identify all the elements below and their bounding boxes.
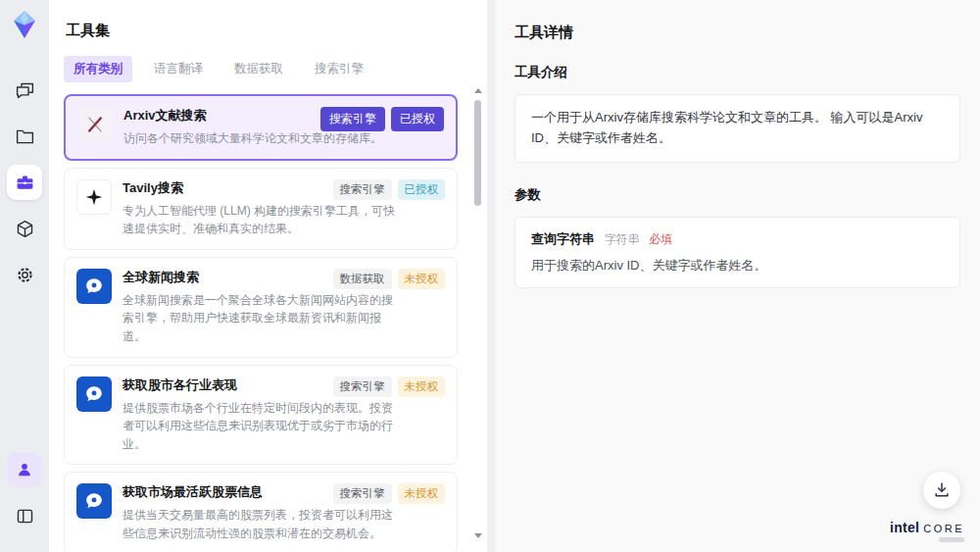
tool-tags: 搜索引擎 已授权 — [320, 107, 444, 131]
category-badge: 搜索引擎 — [333, 376, 392, 397]
app-logo-icon — [10, 10, 39, 39]
status-badge: 未授权 — [398, 483, 446, 504]
tool-tags: 搜索引擎 已授权 — [333, 179, 446, 200]
chat-icon[interactable] — [7, 73, 42, 108]
tool-card-arxiv[interactable]: Arxiv文献搜索 访问各个研究领域大量科学论文和文章的存储库。 搜索引擎 已授… — [64, 94, 458, 161]
list-scrollbar[interactable] — [473, 88, 482, 538]
folder-icon[interactable] — [7, 119, 42, 154]
tool-description: 专为人工智能代理 (LLM) 构建的搜索引擎工具，可快速提供实时、准确和真实的结… — [122, 202, 395, 238]
intro-text: 一个用于从Arxiv存储库搜索科学论文和文章的工具。 输入可以是Arxiv ID… — [531, 108, 944, 149]
intro-box: 一个用于从Arxiv存储库搜索科学论文和文章的工具。 输入可以是Arxiv ID… — [514, 94, 960, 163]
page-title: 工具集 — [66, 22, 469, 40]
category-badge: 搜索引擎 — [333, 179, 392, 200]
toolbox-icon[interactable] — [7, 165, 42, 200]
scrollbar-thumb[interactable] — [474, 100, 481, 206]
category-badge: 搜索引擎 — [333, 483, 392, 504]
tab-data-fetch[interactable]: 数据获取 — [224, 56, 293, 82]
intel-wordmark: intel — [890, 521, 919, 534]
param-description: 用于搜索的Arxiv ID、关键字或作者姓名。 — [531, 257, 944, 275]
tool-card-tavily[interactable]: Tavily搜索 专为人工智能代理 (LLM) 构建的搜索引擎工具，可快速提供实… — [64, 168, 458, 250]
download-button[interactable] — [923, 472, 960, 509]
tool-list-panel: 工具集 所有类别 语言翻译 数据获取 搜索引擎 Arxiv文献搜索 访问各个研究… — [49, 0, 487, 552]
category-tabs: 所有类别 语言翻译 数据获取 搜索引擎 — [64, 56, 469, 82]
tool-tags: 搜索引擎 未授权 — [333, 376, 446, 397]
detail-title: 工具详情 — [514, 24, 960, 42]
scroll-down-arrow-icon[interactable] — [474, 533, 482, 538]
tool-card-most-active-stocks[interactable]: 获取市场最活跃股票信息 提供当天交易量最高的股票列表，投资者可以利用这些信息来识… — [64, 472, 458, 552]
tab-language-translation[interactable]: 语言翻译 — [144, 56, 213, 82]
param-name: 查询字符串 — [531, 231, 595, 246]
tool-card-global-news[interactable]: 全球新闻搜索 全球新闻搜索是一个聚合全球各大新闻网站内容的搜索引擎，帮助用户快速… — [64, 257, 458, 358]
scroll-up-arrow-icon[interactable] — [474, 88, 482, 93]
status-badge: 已授权 — [391, 107, 444, 131]
settings-icon[interactable] — [7, 257, 42, 292]
tool-list: Arxiv文献搜索 访问各个研究领域大量科学论文和文章的存储库。 搜索引擎 已授… — [64, 94, 469, 552]
news-bubble-icon — [76, 376, 112, 412]
param-header-row: 查询字符串 字符串 必填 — [531, 230, 944, 248]
status-badge: 已授权 — [398, 179, 446, 200]
param-type: 字符串 — [605, 232, 640, 246]
tab-all-categories[interactable]: 所有类别 — [64, 56, 132, 82]
intel-core-logo: intel core — [890, 521, 964, 542]
status-badge: 未授权 — [398, 376, 446, 397]
left-rail — [0, 0, 49, 552]
panel-divider — [487, 0, 495, 552]
arxiv-icon — [77, 107, 113, 142]
category-badge: 搜索引擎 — [320, 107, 385, 131]
rail-bottom-group — [7, 452, 42, 544]
tab-search-engine[interactable]: 搜索引擎 — [305, 56, 373, 82]
intro-heading: 工具介绍 — [514, 64, 960, 81]
status-badge: 未授权 — [398, 269, 446, 289]
cube-icon[interactable] — [7, 211, 42, 246]
tool-description: 提供当天交易量最高的股票列表，投资者可以利用这些信息来识别流动性强的股票和潜在的… — [122, 506, 395, 542]
download-icon — [932, 480, 952, 500]
tool-tags: 搜索引擎 未授权 — [333, 483, 446, 504]
tool-description: 访问各个研究领域大量科学论文和文章的存储库。 — [123, 129, 396, 148]
param-required-badge: 必填 — [649, 232, 672, 246]
news-bubble-icon — [76, 269, 112, 304]
intel-logo-subtag — [939, 537, 964, 542]
param-box: 查询字符串 字符串 必填 用于搜索的Arxiv ID、关键字或作者姓名。 — [514, 217, 960, 288]
tool-description: 提供股票市场各个行业在特定时间段内的表现。投资者可以利用这些信息来识别表现优于或… — [122, 399, 395, 454]
tool-description: 全球新闻搜索是一个聚合全球各大新闻网站内容的搜索引擎，帮助用户快速获取全球最新资… — [122, 291, 395, 346]
tool-card-sector-performance[interactable]: 获取股市各行业表现 提供股票市场各个行业在特定时间段内的表现。投资者可以利用这些… — [64, 365, 458, 466]
category-badge: 数据获取 — [333, 269, 392, 289]
tool-tags: 数据获取 未授权 — [333, 269, 446, 289]
params-heading: 参数 — [514, 186, 960, 204]
tool-detail-panel: 工具详情 工具介绍 一个用于从Arxiv存储库搜索科学论文和文章的工具。 输入可… — [495, 0, 980, 552]
news-bubble-icon — [76, 483, 112, 519]
core-wordmark: core — [923, 524, 964, 534]
tavily-star-icon — [76, 179, 112, 215]
layout-panel-icon[interactable] — [7, 498, 42, 533]
app-window: 工具集 所有类别 语言翻译 数据获取 搜索引擎 Arxiv文献搜索 访问各个研究… — [0, 0, 980, 552]
user-icon[interactable] — [7, 452, 42, 487]
